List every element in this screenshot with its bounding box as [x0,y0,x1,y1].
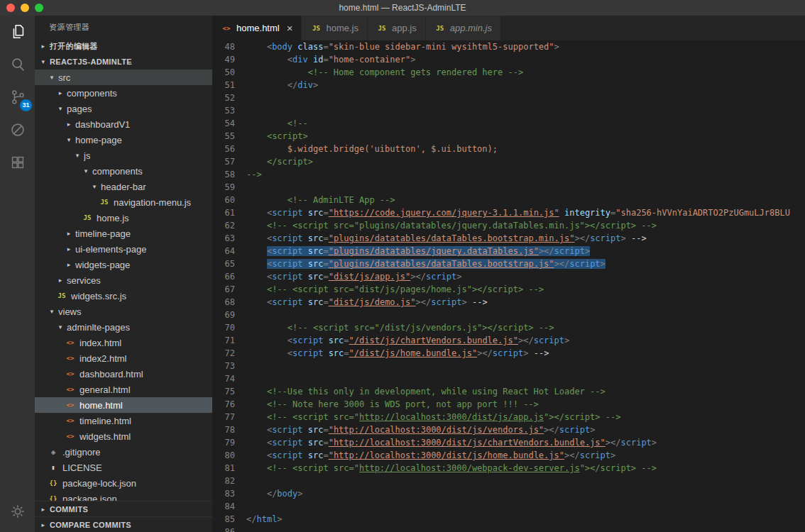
code-text: <script src="plugins/datatables/jquery.d… [246,245,805,257]
code-line[interactable]: 61 <script src="https://code.jquery.com/… [212,206,805,219]
code-text: <!-- [246,117,805,130]
code-line[interactable]: 78 <script src="http://localhost:3000/di… [212,423,805,436]
code-line[interactable]: 83 </body> [212,487,805,500]
code-line[interactable]: 48 <body class="skin-blue sidebar-mini w… [212,40,805,53]
code-line[interactable]: 65 <script src="plugins/datatables/dataT… [212,257,805,270]
extensions-icon[interactable] [0,146,35,179]
tree-item-dashboardv1[interactable]: ▸dashboardV1 [35,116,212,132]
code-line[interactable]: 76 <!-- Note here 3000 is WDS port, not … [212,398,805,411]
close-icon[interactable]: × [287,23,293,33]
debug-icon[interactable] [0,113,35,146]
line-number: 51 [212,79,246,92]
line-number: 57 [212,155,246,168]
code-line[interactable]: 72 <script src="/dist/js/home.bundle.js"… [212,347,805,360]
code-line[interactable]: 77 <!-- <script src="http://localhost:30… [212,411,805,423]
code-line[interactable]: 70 <!-- <script src="/dist/js/vendors.js… [212,321,805,334]
tree-item-gitignore[interactable]: ◈.gitignore [35,444,212,460]
tree-item-adminlte-pages[interactable]: ▾adminlte-pages [35,319,212,335]
code-line[interactable]: 52 [212,92,805,104]
search-icon[interactable] [0,48,35,81]
code-line[interactable]: 73 [212,360,805,372]
tree-item-home-js[interactable]: JShome.js [35,210,212,226]
code-line[interactable]: 49 <div id="home-container"> [212,53,805,66]
code-line[interactable]: 55 <script> [212,130,805,143]
tree-item-label: widgets.src.js [71,291,126,301]
close-window-button[interactable] [6,4,15,12]
tree-item-license[interactable]: ▮LICENSE [35,460,212,475]
section-workspace-root[interactable]: ▾ REACTJS-ADMINLTE [35,54,212,70]
tree-item-pages[interactable]: ▾pages [35,101,212,116]
tree-item-package-lock-json[interactable]: {}package-lock.json [35,475,212,491]
tree-item-views[interactable]: ▾views [35,304,212,319]
html-file-icon: <> [65,433,76,440]
code-line[interactable]: 74 [212,372,805,385]
code-line[interactable]: 56 $.widget.bridge('uibutton', $.ui.butt… [212,143,805,155]
tree-item-timeline-html[interactable]: <>timeline.html [35,413,212,428]
settings-gear-icon[interactable] [0,495,35,528]
line-number: 76 [212,398,246,411]
tree-item-timeline-page[interactable]: ▸timeline-page [35,226,212,241]
code-line[interactable]: 80 <script src="http://localhost:3000/di… [212,449,805,462]
code-line[interactable]: 60 <!-- AdminLTE App --> [212,194,805,206]
code-line[interactable]: 53 [212,104,805,117]
section-open-editors[interactable]: ▸ 打开的编辑器 [35,38,212,54]
tree-item-js[interactable]: ▾js [35,148,212,163]
code-line[interactable]: 66 <script src="dist/js/app.js"></script… [212,270,805,283]
minimize-window-button[interactable] [21,4,29,12]
tree-item-src[interactable]: ▾src [35,70,212,85]
zoom-window-button[interactable] [35,4,43,12]
tree-item-services[interactable]: ▸services [35,272,212,288]
code-line[interactable]: 63 <script src="plugins/datatables/dataT… [212,232,805,245]
tree-item-index-html[interactable]: <>index.html [35,335,212,350]
tab-app-js[interactable]: JSapp.js [368,16,426,40]
code-line[interactable]: 51 </div> [212,79,805,92]
code-line[interactable]: 86 [212,526,805,532]
tree-item-navigation-menu-js[interactable]: JSnavigation-menu.js [35,194,212,210]
tree-item-components[interactable]: ▾components [35,163,212,179]
explorer-icon[interactable] [0,16,35,48]
tree-item-widgets-src-js[interactable]: JSwidgets.src.js [35,288,212,304]
code-line[interactable]: 54 <!-- [212,117,805,130]
code-line[interactable]: 85</html> [212,513,805,526]
code-editor[interactable]: 48 <body class="skin-blue sidebar-mini w… [212,40,805,532]
line-number: 50 [212,66,246,79]
section-commits[interactable]: ▸COMMITS [35,501,212,516]
code-line[interactable]: 84 [212,500,805,513]
code-line[interactable]: 81 <!-- <script src="http://localhost:30… [212,462,805,475]
tree-item-index2-html[interactable]: <>index2.html [35,350,212,366]
tree-item-home-page[interactable]: ▾home-page [35,132,212,148]
code-line[interactable]: 68 <script src="dist/js/demo.js"></scrip… [212,296,805,309]
chevron-down-icon: ▾ [56,323,65,331]
tab-bar: <>home.html×JShome.jsJSapp.jsJSapp.min.j… [212,16,805,40]
code-line[interactable]: 59 [212,181,805,194]
json-file-icon: {} [48,480,59,487]
tree-item-label: timeline.html [80,416,131,426]
section-compare-commits[interactable]: ▸COMPARE COMMITS [35,516,212,532]
tab-home-js[interactable]: JShome.js [302,16,368,40]
tree-item-home-html[interactable]: <>home.html [35,397,212,413]
tree-item-widgets-html[interactable]: <>widgets.html [35,428,212,444]
code-line[interactable]: 57 </script> [212,155,805,168]
tree-item-ui-elements-page[interactable]: ▸ui-elements-page [35,241,212,257]
tree-item-header-bar[interactable]: ▾header-bar [35,179,212,194]
code-line[interactable]: 79 <script src="http://localhost:3000/di… [212,436,805,449]
code-line[interactable]: 64 <script src="plugins/datatables/jquer… [212,245,805,257]
tree-item-components[interactable]: ▸components [35,85,212,101]
code-line[interactable]: 75 <!--Use this only in development, whi… [212,385,805,398]
tree-item-general-html[interactable]: <>general.html [35,382,212,397]
tab-home-html[interactable]: <>home.html× [212,16,302,40]
code-text: <script src="http://localhost:3000/dist/… [246,436,805,449]
code-line[interactable]: 69 [212,309,805,321]
code-line[interactable]: 50 <!-- Home component gets rendered her… [212,66,805,79]
code-line[interactable]: 67 <!-- <script src="dist/js/pages/home.… [212,283,805,296]
code-line[interactable]: 58--> [212,168,805,181]
source-control-icon[interactable]: 31 [0,81,35,113]
code-line[interactable]: 71 <script src="/dist/js/chartVendors.bu… [212,334,805,347]
activity-bar-bottom [0,495,35,528]
line-number: 81 [212,462,246,475]
tab-app-min-js[interactable]: JSapp.min.js [426,16,501,40]
code-line[interactable]: 62 <!-- <script src="plugins/datatables/… [212,219,805,232]
tree-item-widgets-page[interactable]: ▸widgets-page [35,257,212,272]
tree-item-dashboard-html[interactable]: <>dashboard.html [35,366,212,382]
code-line[interactable]: 82 [212,475,805,487]
